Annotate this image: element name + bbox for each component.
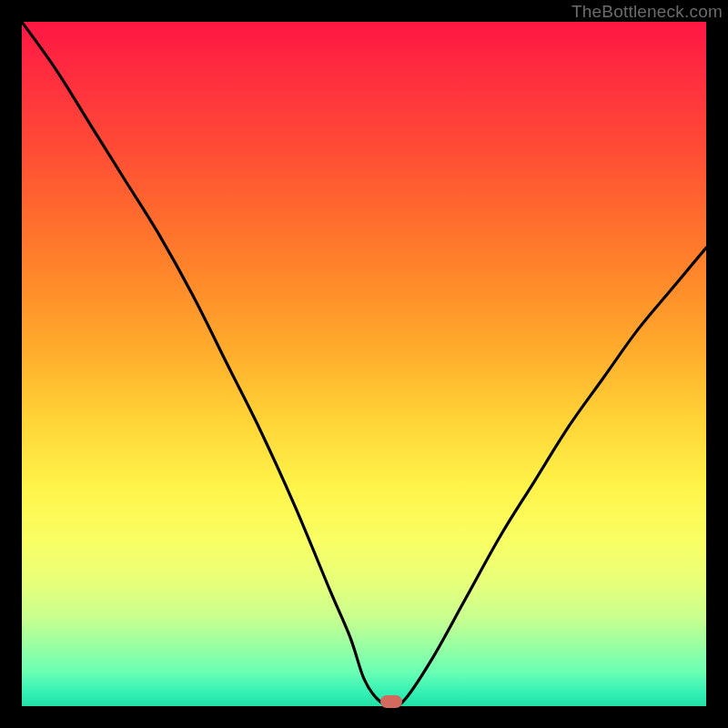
current-config-marker xyxy=(380,695,402,708)
watermark-text: TheBottleneck.com xyxy=(571,2,723,22)
plot-area xyxy=(22,22,706,706)
curve-path xyxy=(22,22,706,706)
chart-frame: TheBottleneck.com xyxy=(0,0,728,728)
bottleneck-curve xyxy=(22,22,706,706)
